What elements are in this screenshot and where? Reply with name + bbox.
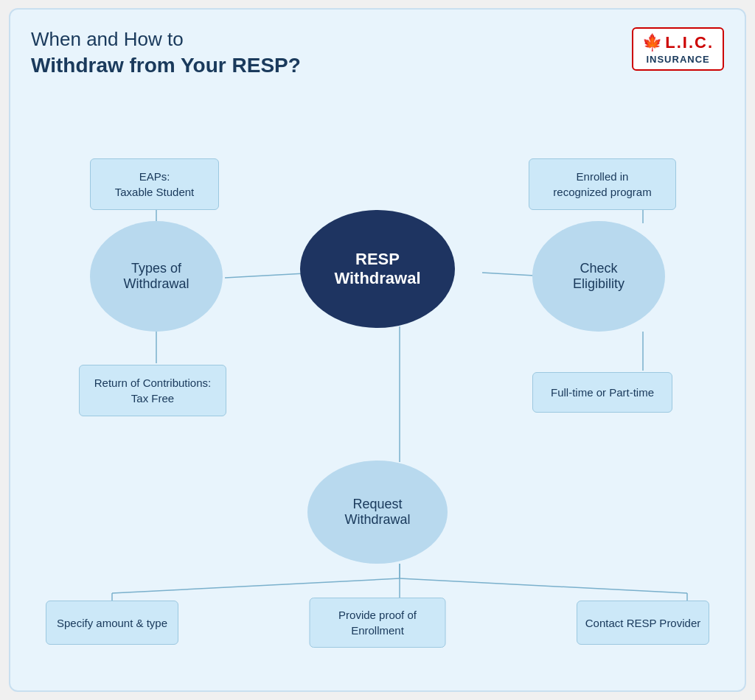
logo-initials: L.I.C. — [665, 33, 714, 52]
page-title: When and How to Withdraw from Your RESP? — [31, 27, 301, 79]
box-contributions: Return of Contributions: Tax Free — [79, 365, 226, 416]
box-contact-text: Contact RESP Provider — [585, 615, 700, 631]
center-oval: RESP Withdrawal — [300, 210, 455, 328]
svg-line-11 — [400, 578, 687, 593]
box-contact: Contact RESP Provider — [577, 601, 709, 645]
bottom-oval-label: Request Withdrawal — [344, 497, 410, 528]
title-line1: When and How to — [31, 28, 184, 50]
header: When and How to Withdraw from Your RESP?… — [31, 27, 724, 79]
bottom-oval-request: Request Withdrawal — [307, 461, 448, 564]
left-oval-label: Types of Withdrawal — [123, 261, 189, 292]
box-enrolled: Enrolled in recognized program — [529, 158, 676, 210]
title-line2: Withdraw from Your RESP? — [31, 54, 301, 77]
box-fulltime-text: Full-time or Part-time — [551, 385, 654, 400]
box-specify-text: Specify amount & type — [57, 615, 167, 631]
logo: 🍁 L.I.C. INSURANCE — [632, 27, 724, 71]
box-eap-text: EAPs: Taxable Student — [115, 169, 195, 200]
box-eap: EAPs: Taxable Student — [90, 158, 219, 210]
diagram: RESP Withdrawal Types of Withdrawal Chec… — [31, 92, 724, 667]
box-enrollment: Provide proof of Enrollment — [310, 598, 446, 648]
box-contributions-text: Return of Contributions: Tax Free — [94, 375, 211, 406]
right-oval-label: Check Eligibility — [573, 261, 624, 292]
right-oval-eligibility: Check Eligibility — [532, 221, 665, 332]
box-specify: Specify amount & type — [46, 601, 178, 645]
left-oval-types: Types of Withdrawal — [90, 221, 223, 332]
box-enrolled-text: Enrolled in recognized program — [553, 169, 651, 200]
box-fulltime: Full-time or Part-time — [532, 372, 672, 413]
svg-line-8 — [112, 578, 400, 593]
logo-leaf-icon: 🍁 — [642, 33, 662, 52]
main-card: When and How to Withdraw from Your RESP?… — [9, 8, 746, 692]
center-oval-line2: Withdrawal — [334, 269, 420, 287]
center-oval-line1: RESP — [355, 250, 400, 268]
logo-sub: INSURANCE — [646, 54, 709, 65]
box-enrollment-text: Provide proof of Enrollment — [338, 607, 417, 638]
